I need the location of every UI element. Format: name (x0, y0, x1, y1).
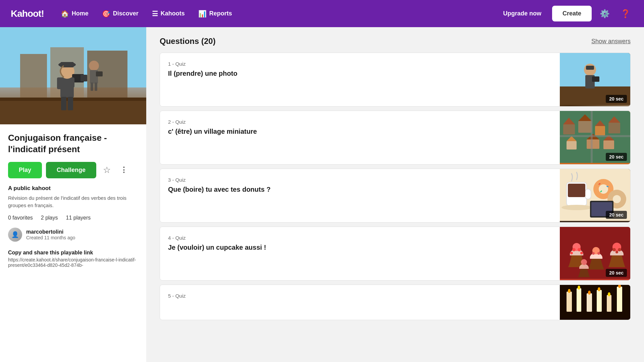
created-time: Created 11 months ago (26, 235, 75, 240)
nav-discover-label: Discover (113, 10, 139, 17)
question-text: c' (être) un village miniature (168, 127, 552, 136)
play-button[interactable]: Play (8, 162, 42, 178)
time-badge: 20 sec (606, 153, 627, 161)
question-thumbnail: 20 sec (560, 53, 630, 106)
question-content: 2 - Quiz c' (être) un village miniature (160, 111, 560, 164)
question-content: 1 - Quiz Il (prendre) une photo (160, 53, 560, 106)
logo[interactable]: Kahoot! (11, 8, 44, 19)
kahoot-title: Conjugaison française - l'indicatif prés… (8, 132, 138, 155)
more-options-button[interactable]: ⋮ (117, 164, 130, 176)
svg-rect-79 (597, 290, 602, 312)
author-name: marcobertolini (26, 229, 75, 235)
settings-icon[interactable]: ⚙️ (597, 6, 612, 21)
discover-icon: 🎯 (102, 10, 110, 18)
svg-rect-18 (96, 71, 103, 76)
players-stat: 11 players (66, 215, 91, 221)
svg-rect-24 (586, 66, 594, 70)
favorite-button[interactable]: ☆ (100, 164, 113, 177)
svg-rect-32 (595, 126, 605, 135)
svg-point-63 (580, 252, 583, 254)
svg-point-60 (572, 248, 576, 251)
svg-rect-30 (578, 121, 592, 133)
question-text: Je (vouloir) un cupcake aussi ! (168, 243, 552, 252)
svg-rect-12 (71, 77, 74, 87)
main-layout: Conjugaison française - l'indicatif prés… (0, 27, 644, 362)
question-content: 5 - Quiz (160, 285, 560, 320)
question-content: 4 - Quiz Je (vouloir) un cupcake aussi ! (160, 227, 560, 280)
home-icon: 🏠 (61, 10, 69, 18)
svg-rect-28 (563, 124, 575, 134)
svg-point-78 (588, 291, 591, 295)
svg-rect-47 (568, 184, 585, 197)
question-text: Que (boire) tu avec tes donuts ? (168, 185, 552, 194)
svg-rect-38 (587, 139, 599, 149)
nav-item-home[interactable]: 🏠 Home (55, 7, 95, 20)
nav-item-kahoots[interactable]: ☰ Kahoots (146, 7, 191, 20)
svg-rect-40 (603, 140, 614, 149)
share-label: Copy and share this playable link (8, 250, 138, 256)
hero-image (0, 27, 146, 124)
svg-rect-11 (80, 75, 87, 81)
plays-stat: 2 plays (41, 215, 58, 221)
avatar: 👤 (8, 228, 22, 242)
nav-home-label: Home (72, 10, 89, 17)
questions-list: 1 - Quiz Il (prendre) une photo (146, 53, 644, 338)
challenge-button[interactable]: Challenge (46, 162, 96, 178)
reports-icon: 📊 (198, 10, 207, 18)
svg-rect-34 (608, 123, 620, 133)
kahoots-icon: ☰ (152, 10, 158, 18)
right-panel: Questions (20) Show answers 1 - Quiz Il … (146, 27, 644, 362)
author-row: 👤 marcobertolini Created 11 months ago (8, 228, 138, 242)
svg-rect-19 (91, 82, 93, 91)
create-button[interactable]: Create (552, 6, 592, 21)
nav-item-discover[interactable]: 🎯 Discover (96, 7, 145, 20)
svg-point-50 (599, 184, 608, 194)
left-panel: Conjugaison française - l'indicatif prés… (0, 27, 146, 362)
time-badge: 20 sec (606, 269, 627, 277)
svg-rect-36 (567, 141, 577, 149)
svg-rect-1 (20, 54, 47, 101)
nav-right: Upgrade now Create ⚙️ ❓ (498, 6, 633, 21)
svg-point-68 (612, 248, 616, 251)
svg-rect-46 (585, 189, 591, 199)
question-card: 4 - Quiz Je (vouloir) un cupcake aussi ! (160, 227, 631, 281)
question-type: 4 - Quiz (168, 235, 552, 241)
questions-header: Questions (20) Show answers (146, 27, 644, 53)
svg-rect-77 (587, 293, 592, 312)
share-section: Copy and share this playable link https:… (8, 250, 138, 268)
svg-point-62 (570, 252, 573, 254)
upgrade-button[interactable]: Upgrade now (498, 7, 547, 20)
question-text: Il (prendre) une photo (168, 69, 552, 78)
svg-point-52 (613, 195, 621, 203)
public-label: A public kahoot (8, 185, 138, 192)
author-info: marcobertolini Created 11 months ago (26, 229, 75, 240)
description: Révision du présent de l'indicatif des v… (8, 194, 138, 209)
svg-point-70 (615, 251, 618, 253)
show-answers-link[interactable]: Show answers (591, 38, 631, 45)
svg-point-82 (608, 292, 610, 296)
svg-point-65 (592, 252, 595, 255)
svg-point-16 (89, 61, 99, 71)
svg-point-76 (578, 286, 580, 290)
nav-item-reports[interactable]: 📊 Reports (192, 7, 238, 20)
nav-kahoots-label: Kahoots (161, 10, 185, 17)
svg-rect-42 (560, 135, 630, 137)
svg-point-48 (561, 205, 592, 210)
svg-rect-83 (617, 287, 622, 312)
svg-point-69 (618, 248, 621, 251)
question-content: 3 - Quiz Que (boire) tu avec tes donuts … (160, 169, 560, 222)
svg-rect-75 (577, 288, 581, 312)
svg-rect-13 (57, 77, 62, 89)
questions-title: Questions (20) (160, 37, 216, 46)
question-type: 3 - Quiz (168, 177, 552, 183)
svg-rect-14 (61, 97, 66, 110)
svg-rect-43 (591, 111, 593, 163)
svg-point-66 (597, 252, 600, 255)
question-type: 2 - Quiz (168, 119, 552, 125)
question-card: 1 - Quiz Il (prendre) une photo (160, 53, 631, 107)
svg-point-74 (568, 289, 571, 293)
share-link[interactable]: https://create.kahoot.it/share/conjugais… (8, 257, 138, 268)
svg-rect-26 (592, 76, 599, 82)
help-icon[interactable]: ❓ (618, 6, 633, 21)
left-content: Conjugaison française - l'indicatif prés… (0, 124, 146, 268)
